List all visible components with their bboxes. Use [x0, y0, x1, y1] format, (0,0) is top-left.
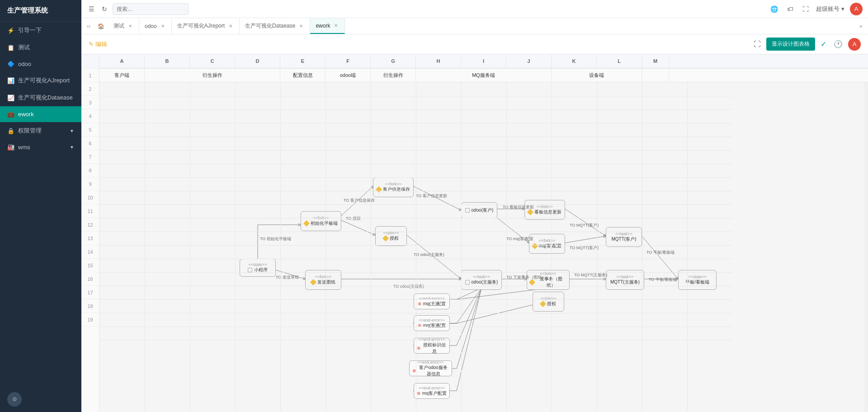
row-num-9: 9	[81, 177, 99, 191]
col-line-m	[687, 82, 688, 412]
row-num-4: 4	[81, 109, 99, 123]
node-shouquan2[interactable]: <<join>> 授权	[533, 292, 564, 312]
row-num-5: 5	[81, 123, 99, 137]
settings-icon[interactable]: ⚙	[7, 392, 22, 407]
tab-dataease-close[interactable]: ✕	[298, 23, 304, 29]
col-g: G	[371, 54, 416, 68]
globe-icon[interactable]: 🌐	[769, 4, 780, 14]
user-menu[interactable]: 超级账号 ▾	[816, 5, 844, 13]
label-odoozhu: TO odoo(主服务)	[414, 252, 444, 258]
sidebar-label-guide: 引导一下	[18, 26, 42, 34]
app-title: 生产管理系统	[0, 0, 81, 22]
search-input[interactable]	[113, 3, 189, 15]
node-mq-ke-cfg[interactable]: <<end-error>> ⊗ mq(客)配置	[414, 315, 450, 331]
tab-home[interactable]: 🏠	[94, 18, 108, 34]
sidebar-item-dataease[interactable]: 📈 生产可视化Dataease	[0, 89, 81, 106]
sidebar-label-dataease: 生产可视化Dataease	[18, 94, 73, 102]
row-num-2: 2	[81, 82, 99, 96]
show-design-button[interactable]: 显示设计图表格	[766, 38, 815, 51]
row-line-1	[99, 96, 732, 96]
sidebar-label-odoo: odoo	[18, 61, 31, 67]
tab-test-label: 测试	[113, 22, 124, 30]
label-odoo2: TO odoo(主服务)	[393, 284, 424, 289]
col-e: E	[280, 54, 326, 68]
check-icon[interactable]: ✓	[819, 38, 828, 50]
node-shouquan[interactable]: <<join>> 授权	[375, 226, 407, 246]
node-mqtt-kehu[interactable]: <<task>> MQTT(客户)	[606, 227, 642, 247]
label-pingban2: TO 平板/看板端	[649, 277, 677, 283]
sidebar-item-ajreport[interactable]: 📊 生产可视化AJreport	[0, 72, 81, 89]
col-line-f	[371, 82, 371, 412]
row-num-1: 1	[81, 69, 99, 82]
expand-icon[interactable]: ⛶	[752, 38, 763, 50]
tab-nav-left[interactable]: ‹‹	[83, 18, 94, 34]
sidebar-item-ework[interactable]: 💼 ework	[0, 106, 81, 122]
sidebar-item-odoo[interactable]: 🔷 odoo	[0, 56, 81, 72]
row-line-13	[99, 259, 732, 259]
col-b: B	[145, 54, 190, 68]
refresh-icon[interactable]: ↻	[100, 4, 109, 14]
node-kehu-baocun[interactable]: <<fork>> 客户信息保存	[373, 177, 414, 197]
col-f: F	[326, 54, 371, 68]
node-mqtt-zhu[interactable]: <<task>> MQTT(主服务)	[606, 270, 644, 290]
tab-test[interactable]: 测试 ✕	[108, 18, 139, 34]
row-num-header	[81, 54, 99, 69]
sidebar-item-wms[interactable]: 🏭 wms ▼	[0, 139, 81, 155]
row-line-10	[99, 218, 732, 218]
tab-dataease[interactable]: 生产可视化Dataease ✕	[240, 18, 310, 34]
sidebar-label-wms: wms	[18, 144, 30, 151]
node-init-panel[interactable]: <<fork>> 初始化平板端	[301, 211, 341, 231]
fullscreen-icon[interactable]: ⛶	[801, 4, 811, 14]
tab-odoo[interactable]: odoo ✕	[139, 18, 172, 34]
toolbar-right: ⛶ 显示设计图表格 ✓ 🕐 A	[752, 38, 861, 51]
row-num-13: 13	[81, 232, 99, 245]
sidebar-bottom: ⚙	[0, 387, 81, 412]
spacer	[99, 82, 868, 412]
cat-odoo: odoo端	[326, 69, 371, 82]
node-mq-kehu-cfg[interactable]: <<end-error>> ⊗ mq客户配置	[414, 383, 450, 399]
tab-ework[interactable]: ework ✕	[310, 18, 345, 34]
col-k: K	[552, 54, 597, 68]
cat-extra	[642, 69, 669, 82]
node-odoo-zhu[interactable]: <<task>> odoo(主服务)	[461, 270, 502, 290]
col-c: C	[190, 54, 235, 68]
pencil-icon: ✎	[89, 41, 94, 47]
row-num-11: 11	[81, 204, 99, 218]
tab-ajreport[interactable]: 生产可视化AJreport ✕	[172, 18, 240, 34]
row-line-6	[99, 164, 732, 164]
node-fasong[interactable]: <<fork>> 发送图纸	[305, 270, 341, 290]
col-line-l	[642, 82, 642, 412]
row-num-16: 16	[81, 272, 99, 286]
cat-mq: MQ服务端	[416, 69, 552, 82]
spreadsheet[interactable]: A B C D E F G H I J K L M 客户端 衍生操作 配置信息 …	[99, 54, 868, 412]
tab-ajreport-label: 生产可视化AJreport	[177, 22, 225, 30]
join-d2	[540, 301, 546, 307]
error-icon1: ⊗	[418, 301, 421, 306]
node-mq-zhu-cfg[interactable]: <<end-error>> ⊗ mq(主)配置	[414, 294, 450, 309]
tab-odoo-close[interactable]: ✕	[160, 23, 166, 29]
col-line-d	[280, 82, 281, 412]
sidebar-item-test[interactable]: 📋 测试	[0, 39, 81, 56]
tab-ajreport-close[interactable]: ✕	[227, 23, 234, 29]
col-line-e	[326, 82, 326, 412]
tag-icon[interactable]: 🏷	[785, 4, 795, 14]
sidebar-label-test: 测试	[18, 43, 30, 52]
tab-test-close[interactable]: ✕	[127, 23, 133, 29]
edit-label: 编辑	[95, 40, 107, 48]
state-blue-icon	[465, 208, 470, 213]
sidebar-item-auth[interactable]: 🔒 权限管理 ▼	[0, 122, 81, 139]
node-miniprogram[interactable]: <<state>> 小程序	[240, 259, 276, 277]
tab-ework-close[interactable]: ✕	[333, 23, 339, 29]
dataease-icon: 📈	[7, 95, 14, 101]
grid-rows: <<state>> 小程序 <<fork>> 初始化平板端	[99, 82, 868, 412]
sidebar-item-guide[interactable]: ⚡ 引导一下	[0, 22, 81, 39]
col-line-i	[506, 82, 507, 412]
node-mq-ke-pz[interactable]: <<fork>> mq(客)配置	[529, 234, 565, 254]
menu-toggle-icon[interactable]: ☰	[87, 4, 96, 14]
tab-nav-right[interactable]: »	[855, 18, 866, 34]
clock-icon[interactable]: 🕐	[832, 38, 844, 50]
label-mqtt-k: TO MQTT(客户)	[570, 223, 599, 228]
error-icon5: ⊗	[417, 391, 420, 396]
cat-peizhi: 配置信息	[280, 69, 326, 82]
node-pingban[interactable]: <<state>> 平板/看板端	[678, 270, 717, 290]
